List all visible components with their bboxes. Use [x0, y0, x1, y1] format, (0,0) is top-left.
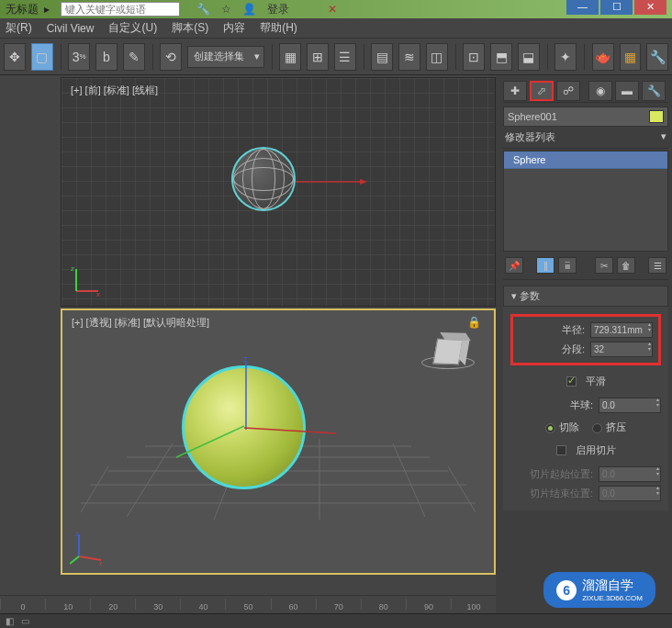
mirror-button[interactable]: ▦ [279, 43, 301, 71]
spinner-snap-button[interactable]: ✎ [123, 43, 145, 71]
modifier-stack[interactable]: Sphere [503, 151, 668, 252]
search-input[interactable] [61, 2, 180, 17]
panel-tabs: ✚ ⬀ ☍ ◉ ▬ 🔧 [503, 79, 668, 103]
named-sel-button[interactable]: ⟲ [160, 43, 182, 71]
utilities-tab[interactable]: 🔧 [642, 81, 666, 101]
squash-label: 挤压 [606, 421, 626, 432]
hierarchy-tab[interactable]: ☍ [556, 81, 580, 101]
squash-radio[interactable] [592, 423, 602, 433]
svg-line-23 [70, 556, 79, 564]
render-frame-button[interactable]: ⬓ [518, 43, 540, 71]
watermark-url: ZIXUE.3D66.COM [582, 594, 643, 602]
align-button[interactable]: ⊞ [307, 43, 329, 71]
slice-from-spinner: 0.0 [599, 466, 661, 482]
segments-spinner[interactable]: 32 [590, 342, 653, 357]
stack-tools: 📌 ‖ ⅲ ✂ 🗑 ☰ [503, 252, 668, 280]
motion-tab[interactable]: ◉ [588, 81, 612, 101]
svg-text:x: x [96, 290, 100, 298]
snap-tool-button[interactable]: ▢ [31, 43, 53, 71]
svg-line-15 [393, 443, 425, 517]
menu-frame[interactable]: 架(R) [6, 20, 32, 36]
svg-text:z: z [71, 264, 74, 273]
pin-stack-button[interactable]: 📌 [505, 257, 523, 274]
create-tab[interactable]: ✚ [503, 81, 527, 101]
viewport-front-label[interactable]: [+] [前] [标准] [线框] [71, 84, 158, 97]
x-axis-gizmo [296, 177, 369, 186]
object-name-field[interactable]: Sphere001 [503, 107, 668, 127]
material-editor-button[interactable]: ⊡ [463, 43, 485, 71]
angle-snap-button[interactable]: 3% [68, 43, 90, 71]
main-area: [+] [前] [标准] [线框] x z [0, 75, 672, 626]
title-arrow-icon: ▸ [44, 3, 50, 16]
configure-sets-button[interactable]: ☰ [648, 257, 666, 274]
render-setup-button[interactable]: ⬒ [490, 43, 512, 71]
rollout-header[interactable]: ▾ 参数 [503, 286, 668, 307]
modify-tab[interactable]: ⬀ [530, 81, 554, 101]
slice-on-checkbox[interactable] [556, 445, 566, 455]
window-maximize-button[interactable]: ☐ [600, 0, 633, 15]
menu-help[interactable]: 帮助(H) [260, 20, 297, 36]
smooth-label: 平滑 [586, 375, 606, 388]
slice-from-label: 切片起始位置: [530, 467, 593, 481]
viewport-container: [+] [前] [标准] [线框] x z [0, 75, 496, 626]
show-end-result-button[interactable]: ‖ [536, 257, 554, 274]
render-button[interactable]: ✦ [554, 43, 577, 71]
viewport-perspective[interactable]: [+] [透视] [标准] [默认明暗处理] 🔒 z x z [61, 308, 496, 575]
remove-modifier-button[interactable]: ✂ [595, 257, 613, 274]
slice-on-label: 启用切片 [576, 443, 616, 457]
svg-line-16 [448, 466, 476, 512]
modifier-list-dropdown[interactable]: 修改器列表▾ [503, 127, 668, 149]
chop-label: 切除 [559, 421, 579, 432]
menu-customize[interactable]: 自定义(U) [108, 20, 157, 36]
slice-to-label: 切片结束位置: [530, 487, 593, 500]
status-snap-icon[interactable]: ▭ [21, 616, 29, 626]
stack-item-sphere[interactable]: Sphere [504, 151, 667, 169]
percent-snap-button[interactable]: b [95, 43, 118, 71]
svg-line-21 [79, 556, 101, 560]
smooth-checkbox[interactable] [566, 376, 577, 387]
watermark-logo-icon: 6 [556, 580, 577, 600]
svg-line-20 [176, 426, 244, 457]
menu-script[interactable]: 脚本(S) [172, 20, 208, 36]
user-icon[interactable]: 👤 [242, 3, 256, 16]
axis-tripod-persp-icon: x z [70, 529, 106, 566]
chop-radio[interactable] [545, 423, 555, 433]
layer-button[interactable]: ☰ [334, 43, 356, 71]
trash-icon[interactable]: 🗑 [617, 257, 635, 274]
slice-to-spinner: 0.0 [599, 486, 661, 501]
svg-line-12 [127, 443, 173, 517]
object-name-text: Sphere001 [508, 111, 557, 122]
title-bar: 无标题 ▸ 🔧 ☆ 👤 登录 ✕ — ☐ ✕ [0, 0, 672, 18]
display-tab[interactable]: ▬ [615, 81, 639, 101]
curve-editor-button[interactable]: ≋ [398, 43, 420, 71]
window-minimize-button[interactable]: — [566, 0, 599, 15]
move-tool-button[interactable]: ✥ [4, 43, 26, 71]
view-cube[interactable] [420, 329, 476, 375]
x-axis-gizmo-persp [244, 424, 345, 437]
viewport-persp-label[interactable]: [+] [透视] [标准] [默认明暗处理] [72, 316, 209, 330]
sphere-wireframe-object[interactable] [231, 147, 296, 211]
online-render-button[interactable]: ▦ [620, 43, 642, 71]
window-close-button[interactable]: ✕ [634, 0, 666, 15]
cloud-render-button[interactable]: 🔧 [646, 43, 668, 71]
object-color-swatch[interactable] [649, 110, 664, 123]
favorite-icon[interactable]: ☆ [221, 3, 231, 16]
workspace-icon[interactable]: 🔧 [196, 3, 210, 16]
lock-icon[interactable]: 🔒 [467, 316, 481, 329]
status-nudge-icon[interactable]: ◧ [6, 616, 14, 626]
selection-set-dropdown[interactable]: 创建选择集 [187, 46, 263, 68]
menu-civilview[interactable]: Civil View [47, 22, 95, 35]
teapot-icon[interactable]: 🫖 [592, 43, 614, 71]
time-slider[interactable]: 010 2030 4050 6070 8090 100 [0, 595, 496, 611]
radius-spinner[interactable]: 729.311mm [590, 322, 653, 338]
svg-marker-1 [360, 179, 367, 185]
hemisphere-spinner[interactable]: 0.0 [599, 398, 661, 413]
toggle-ribbon-button[interactable]: ▤ [371, 43, 393, 71]
make-unique-button[interactable]: ⅲ [558, 257, 577, 274]
login-link[interactable]: 登录 [267, 2, 289, 17]
close-x-icon[interactable]: ✕ [328, 3, 337, 16]
viewport-front[interactable]: [+] [前] [标准] [线框] x z [61, 77, 496, 307]
schematic-view-button[interactable]: ◫ [426, 43, 448, 71]
menu-content[interactable]: 内容 [223, 20, 245, 36]
watermark-brand: 溜溜自学 [582, 578, 633, 592]
